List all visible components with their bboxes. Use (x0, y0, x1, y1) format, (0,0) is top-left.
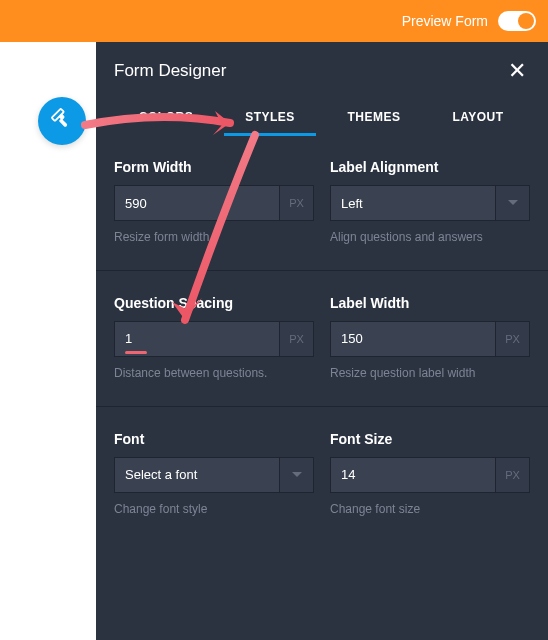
paint-roller-icon (51, 108, 73, 134)
label-width-unit: PX (495, 322, 529, 356)
label-width-input-wrap: PX (330, 321, 530, 357)
question-spacing-label: Question Spacing (114, 295, 314, 311)
label-width-input[interactable] (331, 322, 495, 356)
font-label: Font (114, 431, 314, 447)
tab-themes[interactable]: THEMES (322, 96, 426, 134)
font-size-label: Font Size (330, 431, 530, 447)
close-button[interactable]: ✕ (504, 56, 530, 86)
label-width-label: Label Width (330, 295, 530, 311)
form-width-hint: Resize form width (114, 229, 314, 246)
label-width-hint: Resize question label width (330, 365, 530, 382)
toggle-knob (518, 13, 534, 29)
font-size-hint: Change font size (330, 501, 530, 518)
chevron-down-icon (279, 458, 313, 492)
label-alignment-select[interactable]: Left (330, 185, 530, 221)
font-select[interactable]: Select a font (114, 457, 314, 493)
question-spacing-unit: PX (279, 322, 313, 356)
tab-colors[interactable]: COLORS (114, 96, 218, 134)
font-hint: Change font style (114, 501, 314, 518)
label-alignment-hint: Align questions and answers (330, 229, 530, 246)
tab-styles[interactable]: STYLES (218, 96, 322, 134)
divider (96, 270, 548, 271)
font-size-input-wrap: PX (330, 457, 530, 493)
label-alignment-label: Label Alignment (330, 159, 530, 175)
close-icon: ✕ (508, 58, 526, 83)
question-spacing-input-wrap: PX (114, 321, 314, 357)
divider (96, 406, 548, 407)
left-gutter (0, 42, 96, 640)
preview-form-label: Preview Form (402, 13, 488, 29)
font-size-input[interactable] (331, 458, 495, 492)
form-width-input-wrap: PX (114, 185, 314, 221)
font-value: Select a font (115, 458, 279, 492)
form-designer-button[interactable] (38, 97, 86, 145)
tabs: COLORS STYLES THEMES LAYOUT (96, 96, 548, 135)
form-width-input[interactable] (115, 186, 279, 220)
question-spacing-input[interactable] (115, 322, 279, 356)
form-width-unit: PX (279, 186, 313, 220)
tab-layout[interactable]: LAYOUT (426, 96, 530, 134)
panel-title: Form Designer (114, 61, 226, 81)
label-alignment-value: Left (331, 186, 495, 220)
top-bar: Preview Form (0, 0, 548, 42)
chevron-down-icon (495, 186, 529, 220)
question-spacing-hint: Distance between questions. (114, 365, 314, 382)
preview-form-toggle[interactable] (498, 11, 536, 31)
form-width-label: Form Width (114, 159, 314, 175)
form-designer-panel: Form Designer ✕ COLORS STYLES THEMES LAY… (96, 42, 548, 640)
font-size-unit: PX (495, 458, 529, 492)
